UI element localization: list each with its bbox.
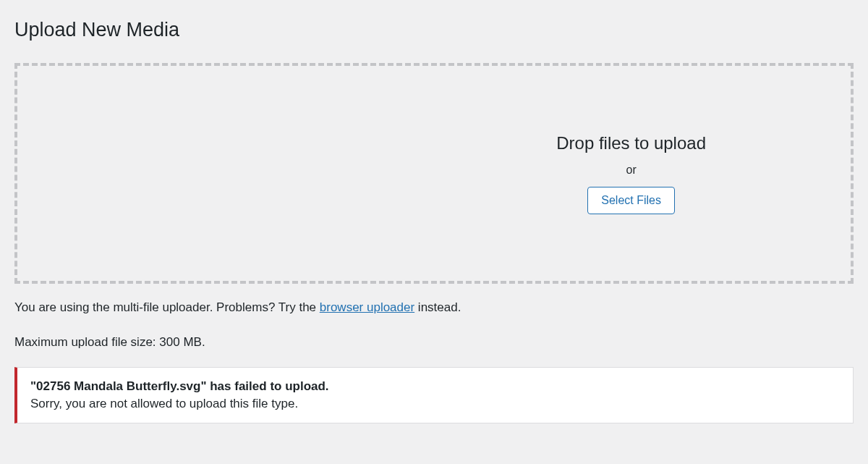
- error-filename: "02756 Mandala Butterfly.svg": [30, 379, 207, 393]
- upload-dropzone[interactable]: Drop files to upload or Select Files: [14, 63, 854, 284]
- select-files-button[interactable]: Select Files: [587, 187, 675, 214]
- or-separator-text: or: [626, 164, 636, 177]
- error-message: Sorry, you are not allowed to upload thi…: [30, 397, 840, 411]
- drop-instruction-text: Drop files to upload: [556, 133, 706, 153]
- error-failed-text: has failed to upload.: [207, 379, 329, 393]
- max-upload-size-text: Maximum upload file size: 300 MB.: [14, 333, 854, 352]
- uploader-info-suffix: instead.: [414, 300, 461, 314]
- uploader-info-prefix: You are using the multi-file uploader. P…: [14, 300, 320, 314]
- uploader-info-text: You are using the multi-file uploader. P…: [14, 298, 854, 317]
- upload-error-notice: "02756 Mandala Butterfly.svg" has failed…: [14, 367, 854, 423]
- dropzone-content: Drop files to upload or Select Files: [556, 133, 706, 214]
- error-title: "02756 Mandala Butterfly.svg" has failed…: [30, 379, 840, 394]
- page-title: Upload New Media: [14, 14, 854, 41]
- browser-uploader-link[interactable]: browser uploader: [320, 300, 414, 314]
